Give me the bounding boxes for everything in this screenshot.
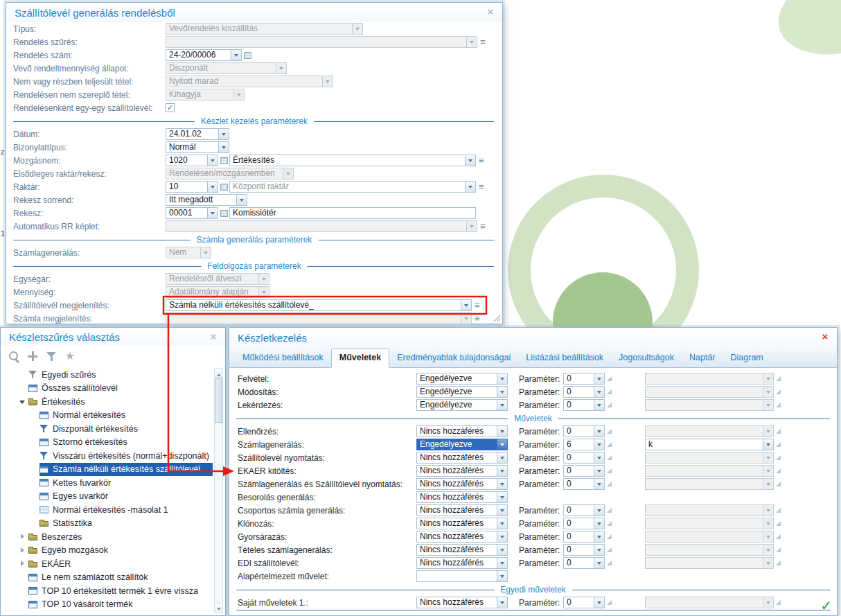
dropdown-arrow-icon[interactable] [207,208,218,218]
mozgasnem-name-dropdown[interactable]: Értékesítés [229,155,476,166]
access-dropdown[interactable]: Nincs hozzáférés [416,544,508,556]
dropdown-arrow-icon[interactable] [763,373,773,384]
szamlageneralas-dropdown[interactable]: Nem [166,247,211,258]
dropdown-arrow-icon[interactable] [594,452,604,463]
parameter-extra-dropdown[interactable] [645,531,774,543]
dropdown-arrow-icon[interactable] [497,466,507,476]
dropdown-arrow-icon[interactable] [594,373,604,384]
access-dropdown[interactable]: Nincs hozzáférés [416,504,508,516]
scroll-up-icon[interactable] [215,369,222,378]
dropdown-arrow-icon[interactable] [231,50,241,60]
tab-diagram[interactable]: Diagram [723,349,771,367]
parameter-dropdown[interactable]: 0 [563,386,605,398]
parameter-dropdown[interactable]: 0 [563,373,605,385]
parameter-extra-dropdown[interactable] [645,373,774,385]
access-dropdown[interactable]: Nincs hozzáférés [416,478,508,490]
access-dropdown[interactable]: Engedélyezve [416,386,508,398]
lookup-grid-icon[interactable] [220,210,228,217]
tipus-dropdown[interactable]: Vevőrendelés kiszállítás [166,23,363,35]
dropdown-arrow-icon[interactable] [763,400,773,410]
parameter-extra-dropdown[interactable] [645,452,774,464]
dropdown-arrow-icon[interactable] [763,426,773,437]
scrollbar-thumb[interactable] [215,378,222,423]
bizonylattipus-dropdown[interactable]: Normál [166,141,229,153]
dropdown-arrow-icon[interactable] [594,387,604,397]
access-dropdown[interactable]: Nincs hozzáférés [416,491,508,503]
dropdown-arrow-icon[interactable] [763,531,773,542]
tab-jogosultsagok[interactable]: Jogosultságok [611,349,682,367]
dropdown-arrow-icon[interactable] [594,400,604,410]
szamla-megjelenites-dropdown[interactable] [166,313,472,324]
tree-item[interactable]: Visszáru értékesítés (normál+diszponált) [1,449,213,463]
tree-item[interactable]: TOP 10 vásárolt termék [1,598,213,612]
menu-icon[interactable] [474,301,482,310]
tab-listazasi-beallitasok[interactable]: Listázási beállítások [518,349,611,367]
dropdown-arrow-icon[interactable] [497,492,507,502]
dropdown-arrow-icon[interactable] [258,287,269,297]
dropdown-arrow-icon[interactable] [594,518,604,529]
dropdown-arrow-icon[interactable] [200,247,211,258]
dropdown-arrow-icon[interactable] [497,479,507,489]
collapse-arrow-icon[interactable] [17,557,28,571]
tree-item[interactable]: EKÁER [1,557,213,571]
filter-icon[interactable] [45,350,57,362]
raktar-name-dropdown[interactable]: Központi raktár [229,181,476,193]
elsodleges-dropdown[interactable]: Rendelésen/mozgásnemben [166,168,294,179]
rendeles-szures-dropdown[interactable] [166,36,477,48]
parameter-dropdown[interactable]: 0 [563,504,605,516]
dropdown-arrow-icon[interactable] [236,195,247,205]
dropdown-arrow-icon[interactable] [594,479,604,489]
menu-icon[interactable] [478,157,486,165]
dropdown-arrow-icon[interactable] [497,558,507,568]
access-dropdown[interactable]: Nincs hozzáférés [416,425,508,437]
dropdown-arrow-icon[interactable] [497,518,507,529]
dropdown-arrow-icon[interactable] [497,373,507,384]
dropdown-arrow-icon[interactable] [466,37,477,47]
dropdown-arrow-icon[interactable] [594,505,604,516]
dropdown-arrow-icon[interactable] [594,558,604,568]
lookup-grid-icon[interactable] [244,52,251,59]
parameter-dropdown[interactable]: 0 [563,425,605,437]
dropdown-arrow-icon[interactable] [594,545,604,555]
access-dropdown[interactable] [416,570,508,582]
tree-item[interactable]: Egyedi szűrés [1,368,213,382]
dropdown-arrow-icon[interactable] [497,531,507,542]
tree-item[interactable]: Kettes fuvarkör [1,476,213,490]
dropdown-arrow-icon[interactable] [497,400,507,410]
tree-item[interactable]: Statisztika [1,517,213,531]
tab-naptar[interactable]: Naptár [682,349,723,367]
dialog-titlebar[interactable]: Szállítólevél generálás rendelésből [6,3,502,22]
tree-item-selected[interactable]: Számla nélküli értékesítés szállítólevél [1,463,213,477]
egysegar-dropdown[interactable]: Rendelésről átveszi [166,273,269,285]
access-dropdown[interactable]: Nincs hozzáférés [416,597,508,608]
mozgasnem-code-dropdown[interactable]: 1020 [166,155,218,166]
tab-muveletek[interactable]: Műveletek [331,349,389,368]
auto-rr-dropdown[interactable] [166,220,477,232]
access-dropdown[interactable]: Nincs hozzáférés [416,557,508,569]
parameter-extra-dropdown[interactable] [645,386,774,398]
dropdown-arrow-icon[interactable] [465,182,475,192]
parameter-extra-dropdown[interactable] [645,557,774,569]
dropdown-arrow-icon[interactable] [763,558,773,568]
close-icon[interactable]: × [820,331,831,342]
tree-item[interactable]: TOP 10 értékesített termék 1 évre vissza [1,584,213,598]
dropdown-arrow-icon[interactable] [763,597,773,608]
access-dropdown[interactable]: Nincs hozzáférés [416,518,508,529]
dropdown-arrow-icon[interactable] [461,300,471,310]
access-dropdown[interactable]: Engedélyezve [416,399,508,411]
parameter-extra-dropdown[interactable] [645,399,774,411]
dropdown-arrow-icon[interactable] [207,155,218,166]
access-dropdown[interactable]: Engedélyezve [416,373,508,385]
access-dropdown[interactable]: Nincs hozzáférés [416,452,508,464]
dropdown-arrow-icon[interactable] [497,545,507,555]
menu-icon[interactable] [479,38,488,46]
tree-item[interactable]: Egyéb mozgások [1,544,213,558]
parameter-dropdown[interactable]: 6 [563,439,605,450]
dropdown-arrow-icon[interactable] [497,387,507,397]
parameter-dropdown[interactable]: 0 [563,544,605,556]
mennyiseg-dropdown[interactable]: Adatállomány alapján [166,286,269,298]
dropdown-arrow-icon[interactable] [461,313,471,324]
dropdown-arrow-icon[interactable] [763,505,773,516]
dropdown-arrow-icon[interactable] [497,426,507,437]
tab-mukodesi-beallitasok[interactable]: Működési beállítások [235,349,331,367]
